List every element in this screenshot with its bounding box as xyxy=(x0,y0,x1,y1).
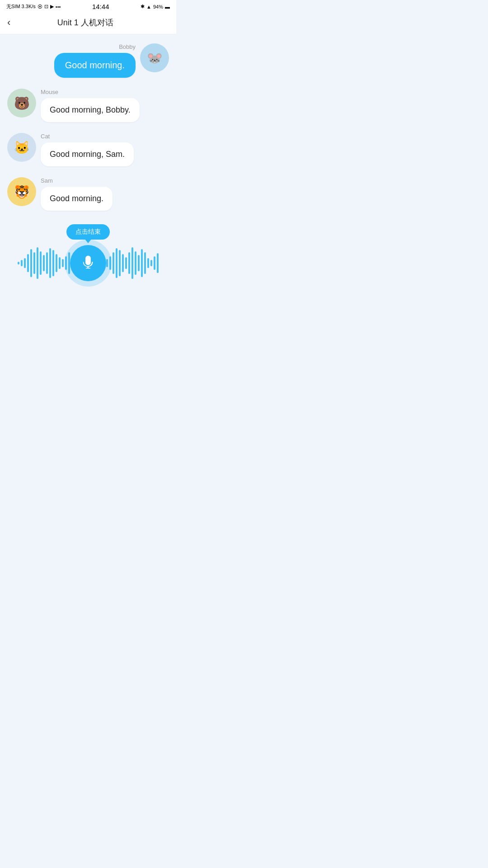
carrier-icon: ⦿ xyxy=(38,4,42,9)
bottom-area: 点击结束 xyxy=(0,220,176,295)
mic-icon xyxy=(80,255,96,271)
bubble-sam-msg[interactable]: Good morning. xyxy=(41,187,113,211)
sender-name-cat-msg: Cat xyxy=(41,133,134,140)
mic-button[interactable] xyxy=(70,245,106,281)
bubble-cat-msg[interactable]: Good morning, Sam. xyxy=(41,142,134,166)
mic-row xyxy=(0,245,176,281)
message-row-sam-msg: 🐯SamGood morning. xyxy=(7,177,169,211)
message-row-bobby-msg: 🐭BobbyGood morning. xyxy=(7,43,169,78)
sender-name-mouse-msg: Mouse xyxy=(41,89,140,95)
battery-icon: ▬ xyxy=(165,4,170,9)
more-icon: ••• xyxy=(56,4,61,9)
save-icon: ⊡ xyxy=(44,4,48,9)
play-icon: ▶ xyxy=(50,4,54,9)
back-button[interactable]: ‹ xyxy=(7,17,15,28)
status-right: ✱ ▲ 94% ▬ xyxy=(141,4,170,9)
sender-name-bobby-msg: Bobby xyxy=(119,43,136,50)
status-bar: 无SIM 3.3K/s ⦿ ⊡ ▶ ••• 14:44 ✱ ▲ 94% ▬ xyxy=(0,0,176,12)
battery-text: 94% xyxy=(153,4,163,9)
signal-text: 无SIM 3.3K/s xyxy=(6,3,36,10)
sender-name-sam-msg: Sam xyxy=(41,177,113,184)
waveform-left xyxy=(18,247,70,279)
bubble-mouse-msg[interactable]: Good morning, Bobby. xyxy=(41,98,140,122)
avatar-bobby-msg: 🐭 xyxy=(140,43,169,72)
bubble-bobby-msg[interactable]: Good morning. xyxy=(54,53,136,78)
status-time: 14:44 xyxy=(92,3,109,10)
chat-area: 🐭BobbyGood morning.🐻MouseGood morning, B… xyxy=(0,34,176,220)
end-button[interactable]: 点击结束 xyxy=(66,224,110,240)
header: ‹ Unit 1 人机对话 xyxy=(0,12,176,34)
status-left: 无SIM 3.3K/s ⦿ ⊡ ▶ ••• xyxy=(6,3,61,10)
avatar-cat-msg: 🐱 xyxy=(7,133,36,162)
bluetooth-icon: ✱ xyxy=(141,4,145,9)
message-row-mouse-msg: 🐻MouseGood morning, Bobby. xyxy=(7,89,169,122)
avatar-mouse-msg: 🐻 xyxy=(7,89,36,118)
avatar-sam-msg: 🐯 xyxy=(7,177,36,206)
waveform-right xyxy=(106,247,159,279)
page-title: Unit 1 人机对话 xyxy=(15,17,155,28)
message-row-cat-msg: 🐱CatGood morning, Sam. xyxy=(7,133,169,166)
wifi-icon: ▲ xyxy=(146,4,151,9)
